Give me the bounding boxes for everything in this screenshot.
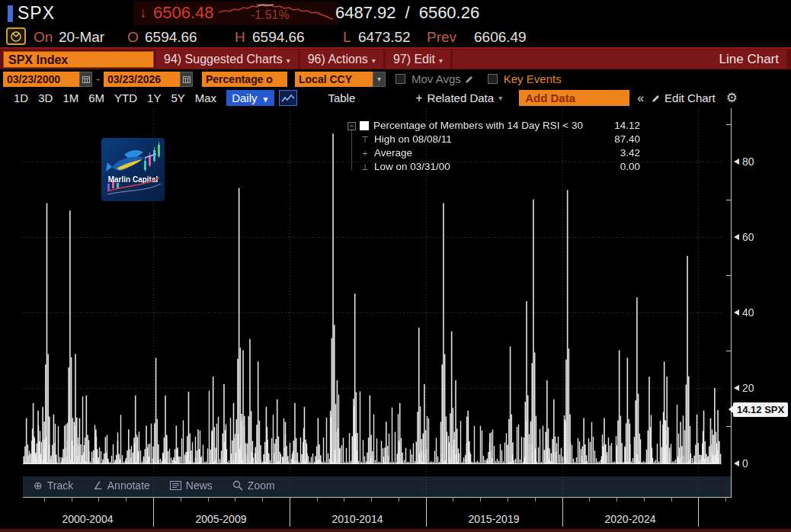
track-button[interactable]: ⊕Track (34, 479, 73, 492)
x-axis-year-tick (535, 498, 536, 502)
date-from-input[interactable]: 03/23/2000 (3, 72, 79, 87)
bid-ask-quote: 6487.92/6560.26 (335, 3, 479, 23)
badge-arrow-icon (729, 405, 733, 413)
study-field[interactable]: Percentage o (202, 72, 287, 87)
mov-avgs-label: Mov Avgs (412, 72, 461, 85)
y-tick-text: 20 (742, 382, 754, 394)
chevron-down-icon: ▾ (372, 56, 376, 65)
gear-icon[interactable]: ⚙ (726, 90, 738, 106)
tab-1d[interactable]: 1D (14, 91, 28, 104)
y-axis-label-60: 60 (734, 231, 754, 243)
crosshair-icon: ⊕ (34, 479, 43, 492)
menu-edit[interactable]: 97) Edit▾ (386, 50, 450, 69)
x-axis-period-label: 2015-2019 (433, 513, 555, 525)
high-annotation-label: High on 08/08/11 (374, 133, 452, 146)
y-tick-text: 40 (742, 306, 754, 319)
x-axis-period-label: 2010-2014 (296, 513, 418, 525)
annotate-button[interactable]: ∠Annotate (93, 479, 150, 492)
ohlc-bar: On 20-Mar O 6594.66 H 6594.66 L 6473.52 … (0, 27, 791, 47)
menu-edit-label: 97) Edit (393, 53, 435, 66)
tab-max[interactable]: Max (195, 91, 216, 104)
currency-dropdown-caret[interactable]: ▾ (373, 72, 386, 87)
currency-select[interactable]: Local CCY (295, 72, 373, 87)
price-down-arrow-icon: ↓ (139, 5, 147, 21)
ask-price: 6560.26 (419, 3, 480, 22)
high-annotation-value: 87.40 (614, 133, 640, 146)
mov-avgs-checkbox[interactable] (396, 74, 405, 84)
legend-high-row: ⊤ High on 08/08/11 87.40 (347, 133, 640, 146)
x-axis-year-tick (589, 498, 590, 502)
session-label: On (34, 29, 53, 46)
bid-price: 6487.92 (335, 3, 396, 22)
low-price: 6473.52 (358, 29, 411, 46)
add-data-input[interactable]: Add Data (519, 90, 629, 106)
tab-6m[interactable]: 6M (88, 91, 104, 104)
high-label: H (235, 29, 245, 46)
legend-collapse-button[interactable]: − (347, 122, 356, 130)
related-data-menu[interactable]: Related Data (428, 91, 495, 104)
date-to-input[interactable]: 03/23/2026 (104, 72, 180, 87)
legend-low-row: ⊥ Low on 03/31/00 0.00 (347, 160, 640, 174)
chevron-down-icon: ▾ (377, 75, 381, 83)
low-annotation-value: 0.00 (620, 160, 640, 174)
tick-arrow-icon (734, 385, 739, 391)
intraday-sparkline (219, 2, 333, 22)
x-axis-year-tick (508, 498, 508, 502)
tab-1m[interactable]: 1M (62, 91, 78, 104)
y-axis-label-80: 80 (734, 155, 754, 168)
menu-suggested-charts-label: 94) Suggested Charts (164, 53, 283, 66)
period-select[interactable]: Daily▼ (226, 90, 274, 106)
x-axis-line (23, 497, 732, 498)
y-axis-label-20: 20 (734, 382, 754, 394)
menu-suggested-charts[interactable]: 94) Suggested Charts▾ (156, 50, 298, 69)
x-axis-year-tick (44, 498, 45, 502)
y-axis-label-40: 40 (734, 306, 754, 319)
tick-arrow-icon (734, 234, 739, 240)
tab-1y[interactable]: 1Y (147, 91, 161, 104)
chevron-down-icon: ▾ (439, 56, 443, 65)
calendar-icon[interactable] (79, 72, 92, 87)
key-events-checkbox[interactable] (488, 74, 498, 84)
bloomberg-terminal-window: SPX ↓ 6506.48 -1.51% 6487.92/6560.26 On … (0, 0, 791, 532)
x-axis-year-tick (671, 498, 672, 502)
chart-style-button[interactable] (279, 90, 297, 106)
average-annotation-value: 3.42 (620, 146, 640, 160)
x-axis-year-tick (616, 498, 617, 502)
logo-text: Marlin Capital (108, 175, 159, 184)
x-axis-year-tick (644, 498, 645, 502)
news-label: News (186, 479, 213, 492)
menu-actions[interactable]: 96) Actions▾ (300, 50, 383, 69)
y-tick-text: 80 (742, 155, 754, 168)
x-axis-year-tick (725, 498, 726, 502)
quote-header: SPX ↓ 6506.48 -1.51% 6487.92/6560.26 (0, 0, 791, 27)
last-price: 6506.48 (153, 3, 214, 23)
x-axis-year-tick (262, 498, 263, 502)
x-axis-year-tick (72, 498, 72, 502)
tick-arrow-icon (734, 159, 739, 165)
y-axis-line (731, 108, 732, 498)
legend-series-row: − Percentage of Members with 14 Day RSI … (347, 119, 640, 133)
tab-5y[interactable]: 5Y (171, 91, 184, 104)
collapse-panel-button[interactable]: « (637, 91, 644, 105)
tab-table[interactable]: Table (328, 91, 355, 104)
chart-legend: − Percentage of Members with 14 Day RSI … (347, 119, 640, 174)
chevron-down-icon: ▼ (261, 95, 269, 104)
security-color-bar (8, 5, 13, 22)
security-input[interactable]: SPX Index (3, 51, 154, 68)
news-icon (170, 481, 181, 490)
prev-label: Prev (427, 29, 456, 46)
tab-3d[interactable]: 3D (38, 91, 53, 104)
chevron-down-icon: ▾ (287, 56, 290, 65)
ticker-symbol: SPX (18, 3, 55, 24)
news-button[interactable]: News (170, 479, 213, 492)
market-status-gauge-icon[interactable] (6, 27, 26, 46)
x-axis-year-tick (235, 498, 235, 502)
tab-ytd[interactable]: YTD (114, 91, 137, 104)
plus-icon: + (415, 91, 422, 105)
zoom-button[interactable]: Zoom (232, 479, 275, 492)
average-marker-icon: + (360, 146, 370, 160)
calendar-icon[interactable] (180, 72, 193, 87)
period-select-label: Daily (232, 91, 257, 104)
edit-chart-button[interactable]: Edit Chart (665, 91, 716, 104)
pencil-icon[interactable] (465, 75, 474, 84)
